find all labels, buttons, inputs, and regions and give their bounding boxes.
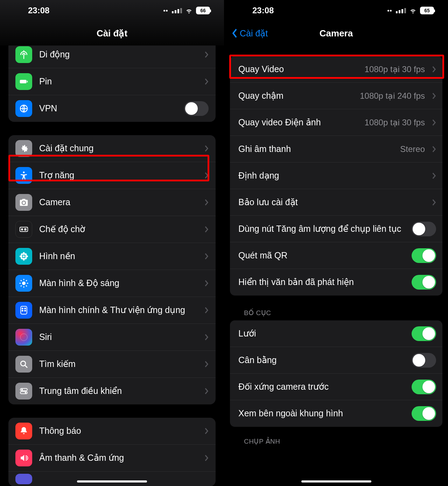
battery-level: 66 (196, 7, 210, 14)
level-toggle[interactable] (412, 353, 436, 368)
row-label: Thông báo (39, 425, 197, 436)
row-display[interactable]: Màn hình & Độ sáng (8, 270, 216, 297)
row-general[interactable]: Cài đặt chung (8, 135, 216, 162)
back-button[interactable]: Cài đặt (231, 28, 268, 39)
battery-icon: 65 (420, 7, 434, 14)
chevron-right-icon (432, 172, 436, 179)
row-cut[interactable] (8, 472, 216, 486)
row-battery[interactable]: Pin (8, 68, 216, 95)
globe-icon (15, 100, 32, 117)
wifi-icon (409, 7, 417, 14)
qr-toggle[interactable] (412, 248, 436, 263)
row-label: Pin (39, 76, 197, 87)
cellular-icon (172, 8, 182, 13)
status-right: 65 (387, 7, 434, 14)
volume-burst-toggle[interactable] (412, 222, 436, 236)
row-control-center[interactable]: Trung tâm điều khiển (8, 378, 216, 404)
svg-rect-1 (27, 81, 28, 83)
chevron-right-icon (204, 253, 209, 260)
settings-group-connectivity: Di động Pin VPN (8, 46, 216, 122)
row-cellular[interactable]: Di động (8, 46, 216, 68)
row-mirror-front[interactable]: Đối xứng camera trước (230, 374, 442, 400)
row-search[interactable]: Tìm kiếm (8, 351, 216, 378)
row-sounds[interactable]: Âm thanh & Cảm ứng (8, 445, 216, 472)
svg-point-16 (22, 282, 26, 285)
grid-toggle[interactable] (412, 326, 436, 341)
svg-rect-25 (21, 306, 27, 314)
row-detected-text[interactable]: Hiển thị văn bản đã phát hiện (230, 269, 442, 296)
row-label: Màn hình chính & Thư viện ứng dụng (39, 305, 197, 315)
row-value: 1080p tại 30 fps (365, 64, 425, 74)
chevron-right-icon (432, 66, 436, 73)
mirror-toggle[interactable] (412, 380, 436, 394)
flower-icon (15, 248, 32, 265)
row-camera[interactable]: Camera (8, 189, 216, 216)
row-label: Bảo lưu cài đặt (238, 197, 425, 208)
row-siri[interactable]: Siri (8, 324, 216, 351)
row-grid[interactable]: Lưới (230, 320, 442, 347)
speaker-icon (15, 450, 32, 466)
row-level[interactable]: Cân bằng (230, 347, 442, 374)
chevron-right-icon (204, 428, 209, 435)
svg-rect-6 (24, 228, 26, 230)
row-slomo[interactable]: Quay chậm 1080p tại 240 fps (230, 83, 442, 109)
cellular-icon (396, 8, 406, 13)
section-header-capture: CHỤP ẢNH (230, 427, 442, 445)
row-notifications[interactable]: Thông báo (8, 418, 216, 445)
status-bar: 23:08 65 (224, 0, 448, 21)
chevron-right-icon (204, 226, 209, 233)
gear-icon (15, 140, 32, 157)
camera-content[interactable]: Quay Video 1080p tại 30 fps Quay chậm 10… (224, 56, 448, 445)
text-toggle[interactable] (412, 275, 436, 290)
settings-group-general: Cài đặt chung Trợ năng Camera (8, 135, 216, 404)
row-label: Trợ năng (39, 170, 197, 181)
svg-point-36 (25, 392, 27, 394)
row-label: Siri (39, 332, 197, 342)
row-label: VPN (39, 103, 177, 114)
partial-icon (15, 474, 32, 484)
row-volume-burst[interactable]: Dùng nút Tăng âm lượng để chụp liên tục (230, 216, 442, 242)
home-indicator[interactable] (301, 480, 371, 482)
row-label: Hình nền (39, 251, 197, 262)
chevron-right-icon (204, 280, 209, 287)
row-record-video[interactable]: Quay Video 1080p tại 30 fps (230, 56, 442, 83)
settings-group-notifications: Thông báo Âm thanh & Cảm ứng (8, 418, 216, 486)
svg-point-29 (24, 310, 26, 311)
row-preserve[interactable]: Bảo lưu cài đặt (230, 189, 442, 216)
row-vpn[interactable]: VPN (8, 95, 216, 122)
row-homescreen[interactable]: Màn hình chính & Thư viện ứng dụng (8, 297, 216, 324)
vpn-toggle[interactable] (184, 101, 209, 116)
search-icon (15, 356, 32, 373)
row-label: Đối xứng camera trước (238, 381, 405, 392)
status-time: 23:08 (28, 6, 49, 15)
svg-point-28 (22, 310, 23, 311)
row-scan-qr[interactable]: Quét mã QR (230, 242, 442, 269)
chevron-right-icon (432, 199, 436, 206)
siri-icon (15, 329, 32, 346)
row-label: Quay video Điện ảnh (238, 117, 358, 128)
page-title: Cài đặt (97, 28, 127, 39)
row-accessibility[interactable]: Trợ năng (8, 162, 216, 189)
page-title: Camera (320, 28, 353, 39)
settings-content[interactable]: Di động Pin VPN (0, 46, 224, 486)
row-record-sound[interactable]: Ghi âm thanh Stereo (230, 136, 442, 162)
section-header-layout: BỐ CỤC (230, 296, 442, 320)
row-label: Di động (39, 49, 197, 60)
chevron-right-icon (432, 92, 436, 99)
home-indicator[interactable] (77, 480, 147, 482)
row-outside-frame[interactable]: Xem bên ngoài khung hình (230, 400, 442, 427)
apps-grid-icon (15, 302, 32, 319)
row-label: Trung tâm điều khiển (39, 386, 197, 396)
outside-frame-toggle[interactable] (412, 406, 436, 421)
row-cinematic[interactable]: Quay video Điện ảnh 1080p tại 30 fps (230, 109, 442, 136)
row-value: Stereo (400, 144, 425, 154)
row-standby[interactable]: Chế độ chờ (8, 216, 216, 243)
row-wallpaper[interactable]: Hình nền (8, 243, 216, 270)
svg-point-34 (21, 389, 23, 390)
row-label: Quay chậm (238, 90, 353, 101)
row-formats[interactable]: Định dạng (230, 162, 442, 189)
sun-icon (15, 275, 32, 292)
row-label: Hiển thị văn bản đã phát hiện (238, 277, 405, 287)
chevron-right-icon (204, 388, 209, 395)
nav-header: Cài đặt Camera (224, 21, 448, 46)
